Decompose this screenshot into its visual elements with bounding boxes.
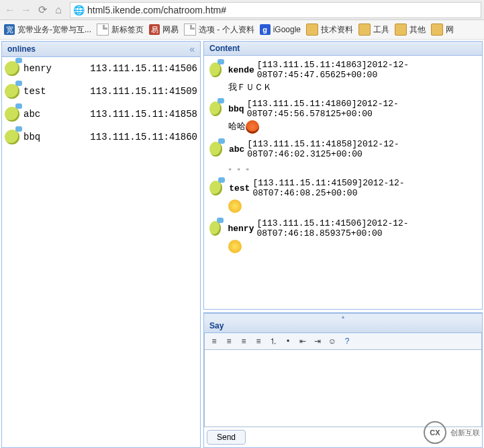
doc-icon — [97, 24, 109, 36]
online-user-address: 113.111.15.11:41860 — [90, 132, 197, 142]
indent-icon[interactable]: ⇥ — [311, 334, 324, 348]
url-text: html5.ikende.com/chatroom.htm# — [87, 5, 226, 15]
unordered-list-icon[interactable]: • — [281, 334, 295, 348]
bookmark-label: 新标签页 — [111, 24, 144, 36]
online-user-name: bbq — [23, 132, 70, 142]
online-user-row[interactable]: bbq113.111.15.11:41860 — [2, 126, 200, 148]
bookmark-label: 选项 - 个人资料 — [199, 24, 254, 36]
bookmark-item[interactable]: 其他 — [395, 24, 426, 36]
browser-nav-bar: ← → ⟳ ⌂ 🌐 html5.ikende.com/chatroom.htm# — [0, 0, 484, 20]
bookmark-item[interactable]: 宽宽带业务-宽带与互... — [4, 24, 91, 36]
message-meta: [113.111.15.11:41509]2012-12-08T07:46:08… — [252, 178, 477, 198]
message-body — [209, 238, 477, 253]
online-user-address: 113.111.15.11:41509 — [90, 86, 197, 97]
message-header: test[113.111.15.11:41509]2012-12-08T07:4… — [209, 178, 477, 198]
message-header: kende[113.111.15.11:41863]2012-12-08T07:… — [209, 60, 477, 80]
say-title-text: Say — [209, 321, 224, 330]
online-user-name: abc — [23, 109, 70, 120]
outdent-icon[interactable]: ⇤ — [296, 334, 309, 348]
right-column: Content kende[113.111.15.11:41863]2012-1… — [202, 40, 484, 448]
main-area: onlines « henry113.111.15.11:41506test11… — [0, 40, 484, 448]
collapse-icon[interactable]: « — [189, 44, 195, 54]
help-icon[interactable]: ? — [340, 334, 354, 348]
online-user-row[interactable]: abc113.111.15.11:41858 — [2, 103, 200, 126]
reload-button[interactable]: ⟳ — [35, 3, 50, 17]
message-meta: [113.111.15.11:41860]2012-12-08T07:45:56… — [247, 99, 477, 119]
message-meta: [113.111.15.11:41506]2012-12-08T07:46:18… — [256, 218, 477, 238]
onlines-title-text: onlines — [7, 44, 36, 54]
avatar-icon — [5, 130, 19, 144]
message-user: kende — [228, 65, 254, 75]
align-left-icon[interactable]: ≡ — [207, 334, 221, 348]
bookmark-item[interactable]: 新标签页 — [97, 24, 144, 36]
onlines-panel-title: onlines « — [2, 42, 200, 57]
watermark-logo-icon: CX — [424, 421, 446, 444]
message-body: 我ＦＵＣＫ — [209, 80, 477, 93]
message-meta: [113.111.15.11:41858]2012-12-08T07:46:02… — [247, 139, 477, 159]
avatar-icon — [209, 221, 221, 236]
url-bar[interactable]: 🌐 html5.ikende.com/chatroom.htm# — [70, 2, 481, 18]
bookmark-label: 技术资料 — [321, 24, 353, 36]
online-user-name: test — [23, 86, 70, 97]
avatar-icon — [209, 62, 222, 77]
bookmark-item[interactable]: 选项 - 个人资料 — [184, 24, 254, 36]
red-icon: 易 — [149, 24, 160, 35]
avatar-icon — [5, 84, 19, 99]
online-user-address: 113.111.15.11:41858 — [90, 109, 197, 120]
message-user: test — [229, 183, 250, 193]
send-button[interactable]: Send — [207, 430, 246, 445]
bookmark-item[interactable]: 工具 — [358, 24, 389, 36]
message: kende[113.111.15.11:41863]2012-12-08T07:… — [209, 60, 477, 93]
forward-button[interactable]: → — [19, 3, 34, 17]
content-panel-title: Content — [204, 42, 482, 56]
content-title-text: Content — [209, 44, 240, 53]
message-text: 我ＦＵＣＫ — [228, 82, 272, 92]
expand-handle[interactable]: ▴ — [204, 313, 482, 319]
align-justify-icon[interactable]: ≡ — [252, 334, 265, 348]
message-header: bbq[113.111.15.11:41860]2012-12-08T07:45… — [209, 99, 477, 119]
avatar-icon — [209, 142, 222, 156]
message-header: henry[113.111.15.11:41506]2012-12-08T07:… — [209, 218, 477, 238]
blue-icon: 宽 — [4, 24, 15, 35]
message-body — [209, 198, 477, 213]
bookmark-item[interactable]: 易网易 — [149, 24, 179, 36]
home-button[interactable]: ⌂ — [51, 3, 66, 17]
online-user-row[interactable]: henry113.111.15.11:41506 — [2, 57, 200, 80]
message: abc[113.111.15.11:41858]2012-12-08T07:46… — [209, 139, 477, 173]
message-body: 哈哈 — [209, 119, 477, 134]
bookmark-item[interactable]: giGoogle — [260, 24, 301, 35]
watermark: CX 创新互联 — [424, 421, 480, 444]
ordered-list-icon[interactable]: ⒈ — [267, 334, 280, 348]
align-right-icon[interactable]: ≡ — [237, 334, 250, 348]
bookmark-item[interactable]: 网 — [431, 24, 454, 36]
message: test[113.111.15.11:41509]2012-12-08T07:4… — [209, 178, 477, 213]
message-header: abc[113.111.15.11:41858]2012-12-08T07:46… — [209, 139, 477, 159]
bookmarks-bar: 宽宽带业务-宽带与互...新标签页易网易选项 - 个人资料giGoogle技术资… — [0, 20, 484, 40]
emoji-picker-icon[interactable]: ☺ — [326, 334, 339, 348]
folder-icon — [431, 24, 443, 36]
content-panel: Content kende[113.111.15.11:41863]2012-1… — [203, 41, 483, 310]
grin-emoji-icon — [228, 240, 242, 253]
avatar-icon — [209, 181, 222, 195]
folder-icon — [395, 24, 407, 36]
back-button[interactable]: ← — [3, 3, 17, 17]
folder-icon — [358, 24, 371, 36]
message-editor[interactable] — [204, 350, 482, 427]
avatar-icon — [209, 101, 222, 116]
avatar-icon — [5, 61, 19, 76]
angry-emoji-icon — [246, 120, 259, 134]
online-user-row[interactable]: test113.111.15.11:41509 — [2, 80, 200, 103]
message-user: bbq — [228, 104, 244, 114]
align-center-icon[interactable]: ≡ — [222, 334, 236, 348]
think-emoji-icon — [228, 199, 242, 213]
google-icon: g — [260, 24, 271, 35]
doc-icon — [184, 24, 196, 36]
message-text: 哈哈 — [228, 121, 246, 131]
onlines-list: henry113.111.15.11:41506test113.111.15.1… — [2, 57, 200, 148]
message: bbq[113.111.15.11:41860]2012-12-08T07:45… — [209, 99, 477, 134]
message-body: 。。。 — [209, 159, 477, 173]
message-text: 。。。 — [228, 161, 254, 171]
bookmark-item[interactable]: 技术资料 — [306, 24, 353, 36]
avatar-icon — [5, 107, 19, 122]
folder-icon — [306, 24, 318, 36]
